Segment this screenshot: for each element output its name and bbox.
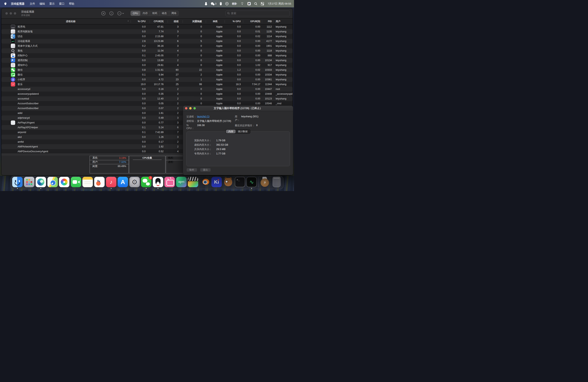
dock-item-maps[interactable] [47, 177, 58, 188]
menu-item-显示[interactable]: 显示 [47, 1, 57, 6]
dock-item-launchpad[interactable] [24, 177, 34, 188]
tab-CPU[interactable]: CPU [131, 11, 140, 16]
column-header-% CPU[interactable]: % CPU [131, 19, 150, 24]
table-row[interactable]: 通用控制0.013.6920Apple0.00.0010134leiyuhang [1, 58, 293, 63]
freeform-dock-icon [94, 177, 105, 187]
table-row[interactable]: 简体中文输入方式0.236.1630Apple0.00.001901leiyuh… [1, 43, 293, 48]
wechat-icon[interactable]: 3 [210, 1, 217, 6]
column-header-种类[interactable]: 种类 [206, 19, 225, 24]
control-center-icon[interactable] [260, 1, 265, 6]
qq-icon[interactable] [204, 1, 209, 6]
column-header-进程名称[interactable]: 进程名称^ [1, 19, 131, 24]
cell-pid: 1112 [262, 25, 273, 28]
cell-cpu-time: 1.92 [150, 145, 168, 148]
cell-threads: 27 [168, 73, 183, 76]
table-row[interactable]: ♪音乐19.010:17.762599Apple18.37:04.1711344… [1, 82, 293, 87]
dock-item-zip[interactable] [260, 177, 270, 188]
table-row[interactable]: 活动监视器2.613:23.8665Apple0.00.004177leiyuh… [1, 39, 293, 43]
battery-charging-icon[interactable] [231, 1, 238, 6]
dock-item-blender[interactable] [200, 177, 210, 188]
table-row[interactable]: accountsd0.012.4020Apple0.00.0010123leiy… [1, 96, 293, 101]
cell-gpu: 0.0 [225, 64, 243, 67]
parent-process-link[interactable]: launchd (1) [197, 115, 210, 118]
column-header-CPU时间[interactable]: CPU时间 [150, 19, 168, 24]
dock-item-bear[interactable] [223, 177, 233, 188]
table-row[interactable]: 程序坞0.047.8130Apple0.00.001112leiyuhang [1, 24, 293, 29]
table-row[interactable]: 聚焦0.011.0440Apple0.00.001118leiyuhang [1, 48, 293, 53]
apple-menu-icon[interactable] [3, 2, 8, 5]
minimize-button[interactable] [10, 12, 12, 15]
tab-网络[interactable]: 网络 [169, 11, 179, 16]
cell-cpu-time: 10:17.76 [150, 83, 168, 86]
process-name: AMPArtworkAgent [18, 145, 38, 148]
more-options-icon[interactable] [117, 11, 125, 16]
zoom-button[interactable] [14, 12, 16, 15]
dock-item-freeform[interactable] [94, 177, 105, 188]
dock-item-qq[interactable] [153, 177, 163, 188]
menu-item-文件[interactable]: 文件 [28, 1, 37, 6]
info-icon[interactable] [109, 11, 114, 16]
cell-cpu-time: 2:15.88 [150, 35, 168, 38]
popup-tab-内存[interactable]: 内存 [226, 130, 236, 133]
table-row[interactable]: 微信0.81:31.616022Apple1.20.0210333leiyuha… [1, 68, 293, 72]
dock-item-wechat[interactable]: 3 [141, 177, 151, 188]
quit-button[interactable]: 退出 [200, 168, 211, 172]
dock-item-appstore[interactable]: A [118, 177, 128, 188]
menu-item-编辑[interactable]: 编辑 [37, 1, 47, 6]
dock-item-notes[interactable] [83, 177, 93, 188]
pinyin-input-icon[interactable]: 拼 [246, 1, 252, 6]
column-header-线程[interactable]: 线程 [168, 19, 183, 24]
dock-item-facetime[interactable] [71, 177, 81, 188]
dock-item-terminal[interactable]: >_ [235, 177, 245, 188]
menu-item-窗口[interactable]: 窗口 [57, 1, 67, 6]
process-name: 程序坞 [18, 25, 25, 29]
table-row[interactable]: 访达0.02:15.8870Apple0.00.021114leiyuhang [1, 34, 293, 39]
table-row[interactable]: 控制中心0.12:45.0570Apple0.00.00888leiyuhang [1, 53, 293, 58]
dock-item-clapper[interactable] [188, 177, 198, 188]
column-header-闲置唤醒[interactable]: 闲置唤醒 [183, 19, 206, 24]
settings-dock-icon: ⚙ [129, 177, 140, 187]
column-header-用户[interactable]: 用户 [273, 19, 293, 24]
wifi-icon[interactable] [239, 1, 245, 6]
menu-item-帮助[interactable]: 帮助 [67, 1, 77, 6]
dock-item-photos[interactable] [59, 177, 69, 188]
table-row[interactable]: S小程序0.04.72231Apple0.00.0010361leiyuhang [1, 77, 293, 82]
dock-item-edge[interactable] [36, 177, 46, 188]
column-header-PID[interactable]: PID [262, 19, 273, 24]
table-row[interactable]: accessoryupdaterd0.00.3520Apple0.00.0010… [1, 92, 293, 96]
dock-item-bili[interactable] [164, 177, 175, 188]
sample-button[interactable]: 取样 [186, 168, 197, 172]
table-row[interactable]: 程序坞附加项0.07.7430Apple0.00.011135leiyuhang [1, 29, 293, 34]
cell-gpu: 0.0 [225, 73, 243, 76]
menu-app-name[interactable]: 活动监视器 [9, 1, 27, 6]
popup-title: 文字输入额外帮助程序 (11729)（已终止） [183, 107, 293, 110]
mouse-battery-icon[interactable] [219, 1, 223, 6]
cell-cpu: 0.0 [131, 116, 150, 119]
table-row[interactable]: 微信0.15.94272Apple0.00.0010334leiyuhang [1, 72, 293, 77]
dock-item-activity[interactable]: ∿ [246, 177, 257, 188]
table-row[interactable]: 通知中心0.029.6140Apple0.01.02917leiyuhang [1, 63, 293, 68]
close-button[interactable] [5, 12, 8, 15]
force-quit-icon[interactable] [101, 11, 106, 16]
column-header-GPU时间[interactable]: GPU时间 [243, 19, 262, 24]
cell-cpu: 0.0 [131, 88, 150, 91]
dock-item-settings[interactable]: ⚙ [129, 177, 140, 188]
memory-value: 29.5 MB [216, 148, 226, 151]
table-row[interactable]: accessoryd0.00.1620Apple0.00.0010447root [1, 87, 293, 92]
table-row[interactable]: AccountSubscriber0.00.0520Apple0.00.0010… [1, 101, 293, 106]
tab-磁盘[interactable]: 磁盘 [159, 11, 169, 16]
dock-item-kindle[interactable]: Ki [211, 177, 222, 188]
search-field[interactable]: 搜索 [225, 11, 290, 16]
column-header-% GPU[interactable]: % GPU [225, 19, 243, 24]
dock-item-music[interactable]: ♪ [106, 177, 116, 188]
tab-内存[interactable]: 内存 [140, 11, 150, 16]
dock-item-iqiyi[interactable]: iQIYI [176, 177, 187, 188]
search-icon[interactable] [253, 1, 258, 6]
popup-tabs: 内存统计数据 [226, 129, 251, 134]
popup-tab-统计数据[interactable]: 统计数据 [236, 130, 250, 133]
dock-item-finder[interactable] [12, 177, 22, 188]
play-circle-icon[interactable] [224, 1, 230, 6]
dock-item-trash[interactable] [272, 177, 282, 188]
tab-能耗[interactable]: 能耗 [150, 11, 159, 16]
menu-clock[interactable]: 7月27日 周四 09:55 [268, 2, 291, 6]
